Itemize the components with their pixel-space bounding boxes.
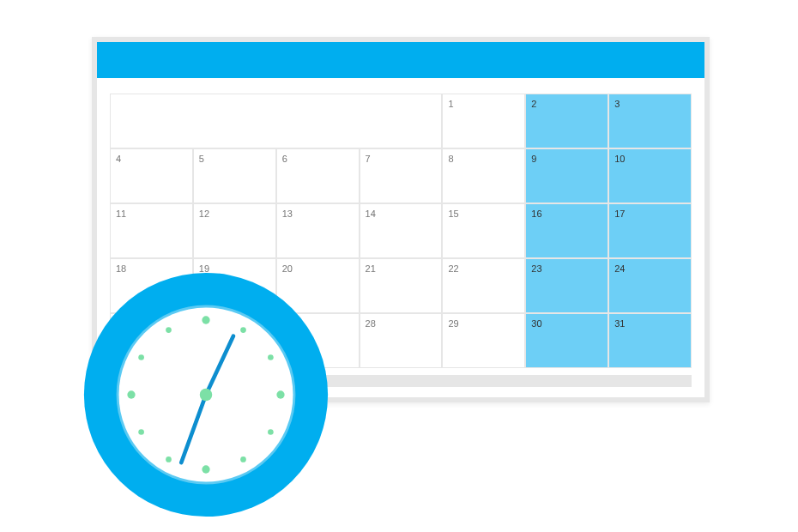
calendar-cell[interactable]: 30 bbox=[526, 314, 608, 367]
day-number: 31 bbox=[614, 318, 625, 329]
day-number: 6 bbox=[282, 154, 287, 164]
calendar-cell[interactable]: 5 bbox=[194, 149, 275, 203]
day-number: 30 bbox=[531, 318, 541, 329]
calendar-cell[interactable]: 24 bbox=[609, 259, 691, 312]
clock-tick bbox=[240, 456, 246, 462]
day-number: 10 bbox=[614, 154, 625, 164]
calendar-cell[interactable]: 15 bbox=[443, 204, 524, 257]
day-number: 4 bbox=[116, 154, 121, 164]
clock-tick bbox=[166, 456, 172, 462]
calendar-leading-blank bbox=[111, 94, 441, 148]
day-number: 28 bbox=[366, 318, 376, 329]
calendar-cell[interactable]: 28 bbox=[360, 314, 442, 367]
calendar-cell[interactable]: 2 bbox=[526, 94, 608, 148]
day-number: 29 bbox=[448, 318, 458, 329]
day-number: 14 bbox=[366, 209, 376, 219]
calendar-cell[interactable]: 9 bbox=[526, 149, 608, 203]
clock-tick bbox=[240, 327, 246, 333]
clock-tick bbox=[202, 316, 209, 323]
clock-tick bbox=[138, 429, 144, 435]
day-number: 5 bbox=[199, 154, 204, 164]
calendar-cell[interactable]: 29 bbox=[443, 314, 524, 367]
clock-tick bbox=[138, 354, 144, 360]
day-number: 16 bbox=[531, 209, 541, 219]
calendar-cell[interactable]: 7 bbox=[360, 149, 442, 203]
calendar-cell[interactable]: 21 bbox=[360, 259, 442, 312]
calendar-cell[interactable]: 14 bbox=[360, 204, 442, 257]
calendar-header-bar bbox=[97, 42, 704, 78]
day-number: 1 bbox=[448, 99, 453, 109]
day-number: 12 bbox=[199, 209, 209, 219]
day-number: 7 bbox=[366, 154, 371, 164]
calendar-cell[interactable]: 10 bbox=[609, 149, 691, 203]
calendar-cell[interactable]: 23 bbox=[526, 259, 608, 312]
clock-tick bbox=[166, 327, 172, 333]
calendar-cell[interactable]: 4 bbox=[111, 149, 192, 203]
svg-point-2 bbox=[200, 389, 213, 402]
clock-tick bbox=[268, 429, 274, 435]
calendar-cell[interactable]: 1 bbox=[443, 94, 524, 148]
clock-icon bbox=[82, 270, 330, 519]
day-number: 2 bbox=[531, 99, 536, 109]
day-number: 3 bbox=[614, 99, 620, 109]
day-number: 24 bbox=[614, 263, 625, 274]
calendar-cell[interactable]: 11 bbox=[111, 204, 192, 257]
calendar-cell[interactable]: 31 bbox=[609, 314, 691, 367]
calendar-cell[interactable]: 17 bbox=[609, 204, 691, 257]
calendar-cell[interactable]: 22 bbox=[443, 259, 524, 312]
clock-tick bbox=[127, 390, 135, 398]
calendar-cell[interactable]: 6 bbox=[277, 149, 359, 203]
day-number: 21 bbox=[366, 263, 376, 274]
day-number: 13 bbox=[282, 209, 293, 219]
day-number: 23 bbox=[531, 263, 541, 274]
calendar-cell[interactable]: 8 bbox=[443, 149, 524, 203]
day-number: 9 bbox=[531, 154, 536, 164]
calendar-cell[interactable]: 12 bbox=[194, 204, 275, 257]
day-number: 15 bbox=[448, 209, 458, 219]
day-number: 17 bbox=[614, 209, 625, 219]
day-number: 11 bbox=[116, 209, 126, 219]
clock-tick bbox=[202, 465, 209, 473]
day-number: 8 bbox=[448, 154, 453, 164]
calendar-cell[interactable]: 16 bbox=[526, 204, 608, 257]
clock-tick bbox=[268, 354, 274, 360]
calendar-cell[interactable]: 13 bbox=[277, 204, 359, 257]
clock-tick bbox=[276, 390, 284, 398]
calendar-cell[interactable]: 3 bbox=[609, 94, 691, 148]
day-number: 22 bbox=[448, 263, 458, 274]
